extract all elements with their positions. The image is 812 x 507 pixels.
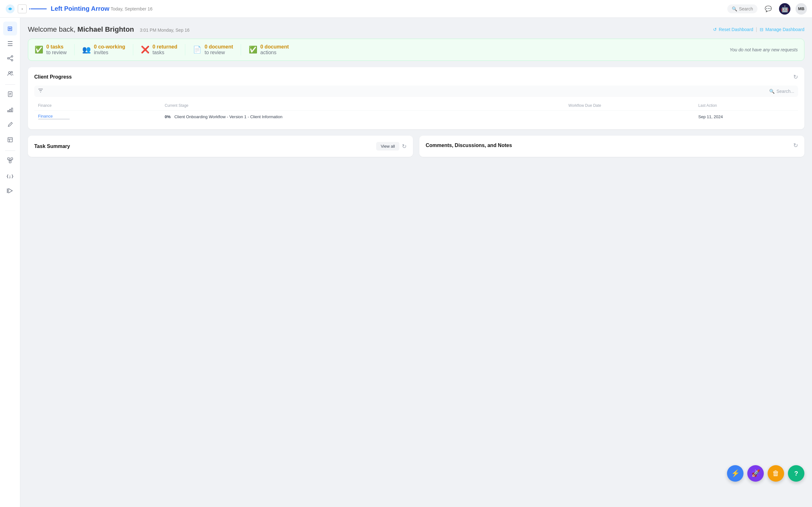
col-stage: Current Stage: [161, 101, 565, 111]
dashboard-icon: ⊞: [7, 25, 13, 32]
col-due-date: Workflow Due Date: [565, 101, 694, 111]
svg-line-5: [9, 57, 11, 58]
client-name-cell: Finance: [34, 111, 161, 123]
editor-icon: [7, 121, 13, 129]
svg-line-6: [9, 59, 11, 60]
arrow-graphic: [29, 5, 48, 13]
svg-point-8: [11, 71, 12, 73]
header-actions: ↺ Reset Dashboard | ⊟ Manage Dashboard: [713, 26, 804, 32]
main-content: Welcome back, Michael Brighton 3:01 PM M…: [20, 18, 812, 507]
arrow-label: Left Pointing Arrow: [51, 5, 109, 12]
reset-dashboard-button[interactable]: ↺ Reset Dashboard: [713, 27, 753, 32]
sidebar-divider-2: [5, 151, 15, 151]
sidebar-item-documents[interactable]: [3, 88, 17, 102]
col-client: Finance: [34, 101, 161, 111]
sidebar-item-list[interactable]: ☰: [3, 37, 17, 51]
task-summary-refresh-button[interactable]: ↻: [402, 143, 407, 150]
task-summary-card: Task Summary View all ↻: [28, 135, 413, 157]
sidebar-item-clients[interactable]: [3, 67, 17, 81]
comments-card: Comments, Discussions, and Notes ↻: [419, 135, 804, 157]
client-name-link[interactable]: Finance: [38, 114, 53, 118]
stage-cell: 0% Client Onboarding Workflow - Version …: [161, 111, 565, 123]
filter-bar: 🔍 Search...: [34, 86, 798, 97]
svg-rect-16: [8, 137, 12, 142]
client-search[interactable]: 🔍 Search...: [769, 89, 794, 94]
client-progress-header: Client Progress ↻: [34, 73, 798, 80]
sidebar-item-automation[interactable]: [3, 184, 17, 199]
rocket-icon: 🚀: [751, 469, 760, 477]
topbar: › Left Pointing Arrow Today, September 1…: [0, 0, 812, 18]
stat-doc-actions[interactable]: ✅ 0 document actions: [241, 44, 297, 55]
progress-bar-bg: [38, 118, 70, 120]
sidebar-item-code[interactable]: {;}: [3, 169, 17, 183]
task-summary-header: Task Summary View all ↻: [34, 142, 407, 151]
messages-button[interactable]: 💬: [763, 3, 774, 14]
trash-icon: 🗑: [772, 469, 779, 477]
client-progress-refresh-button[interactable]: ↻: [793, 73, 798, 80]
stat-tasks-review-text: 0 tasks to review: [46, 44, 67, 55]
current-time: 3:01 PM Monday, Sep 16: [140, 27, 190, 33]
sidebar-item-workflow[interactable]: [3, 52, 17, 66]
tasks-review-icon: ✅: [35, 46, 43, 54]
fab-trash-button[interactable]: 🗑: [768, 465, 784, 482]
manage-label: Manage Dashboard: [765, 27, 804, 32]
app-logo[interactable]: [5, 4, 15, 14]
welcome-prefix: Welcome back,: [28, 25, 75, 33]
ai-assistant-button[interactable]: 🤖: [779, 3, 791, 14]
client-progress-card: Client Progress ↻ 🔍 Search...: [28, 67, 804, 129]
topbar-right: 🔍 Search 💬 🤖 MB: [727, 3, 807, 14]
manage-dashboard-button[interactable]: ⊟ Manage Dashboard: [760, 27, 804, 32]
stat-returned-text: 0 returned tasks: [153, 44, 177, 55]
library-icon: [7, 136, 13, 145]
progress-pct-label: 0%: [165, 114, 171, 119]
user-avatar[interactable]: MB: [796, 3, 807, 14]
svg-rect-21: [9, 161, 11, 163]
svg-point-4: [11, 59, 13, 61]
stat-tasks-review[interactable]: ✅ 0 tasks to review: [35, 44, 74, 55]
sidebar-toggle-button[interactable]: ›: [18, 4, 27, 13]
sidebar-item-editor[interactable]: [3, 118, 17, 132]
svg-point-2: [7, 57, 9, 59]
sidebar-item-dashboard[interactable]: ⊞: [3, 21, 17, 36]
comments-refresh-button[interactable]: ↻: [793, 142, 798, 149]
fab-group: ⚡ 🚀 🗑 ?: [727, 465, 804, 482]
coworking-icon: 👥: [82, 46, 91, 54]
user-name: Michael Brighton: [78, 25, 134, 33]
search-bar[interactable]: 🔍 Search: [727, 4, 757, 13]
sidebar-item-library[interactable]: [3, 133, 17, 147]
filter-icon[interactable]: [38, 88, 43, 95]
stage-name: Client Onboarding Workflow - Version 1 -…: [174, 114, 283, 119]
comments-title: Comments, Discussions, and Notes: [426, 143, 512, 148]
chevron-right-icon: ›: [21, 6, 23, 11]
code-icon: {;}: [6, 174, 14, 179]
list-icon: ☰: [7, 40, 13, 48]
table-body: Finance 0% Client Onboarding Workflow - …: [34, 111, 798, 123]
fab-help-button[interactable]: ?: [788, 465, 804, 482]
ai-icon: 🤖: [781, 5, 789, 13]
stat-doc-review[interactable]: 📄 0 document to review: [185, 44, 241, 55]
no-requests-text: You do not have any new requests: [297, 47, 798, 52]
stat-doc-review-text: 0 document to review: [205, 44, 233, 55]
search-icon: 🔍: [732, 6, 737, 11]
stat-coworking-invites[interactable]: 👥 0 co-working invites: [74, 44, 133, 55]
view-all-button[interactable]: View all: [376, 142, 399, 151]
svg-point-7: [9, 72, 10, 73]
welcome-text: Welcome back, Michael Brighton 3:01 PM M…: [28, 25, 190, 34]
reports-icon: [7, 106, 13, 114]
lightning-icon: ⚡: [731, 469, 740, 477]
documents-icon: [7, 91, 13, 99]
svg-marker-27: [9, 188, 12, 193]
svg-rect-20: [11, 158, 13, 160]
stat-doc-actions-text: 0 document actions: [260, 44, 289, 55]
messages-icon: 💬: [765, 5, 772, 12]
sidebar-item-reports[interactable]: [3, 103, 17, 117]
task-summary-title: Task Summary: [34, 144, 70, 149]
fab-launch-button[interactable]: 🚀: [747, 465, 764, 482]
sidebar-item-integrations[interactable]: [3, 154, 17, 168]
stat-returned-tasks[interactable]: ❌ 0 returned tasks: [133, 44, 185, 55]
main-layout: ⊞ ☰: [0, 18, 812, 507]
fab-lightning-button[interactable]: ⚡: [727, 465, 744, 482]
col-last-action: Last Action: [695, 101, 798, 111]
returned-icon: ❌: [141, 46, 149, 54]
comments-header: Comments, Discussions, and Notes ↻: [426, 142, 798, 149]
